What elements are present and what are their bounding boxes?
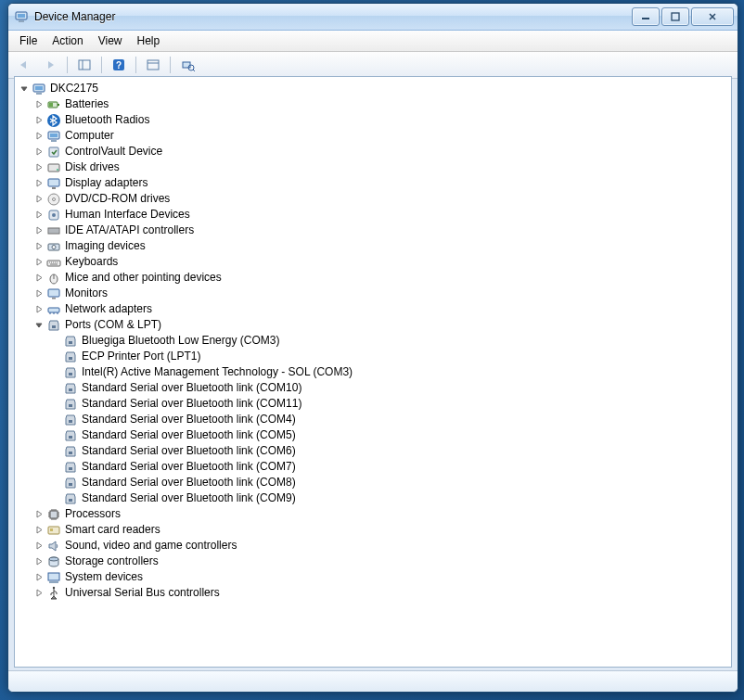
tree-node-label: Standard Serial over Bluetooth link (COM… — [82, 475, 296, 490]
menubar: File Action View Help — [8, 31, 738, 52]
tree-node[interactable]: Sound, video and game controllers — [33, 538, 729, 554]
close-button[interactable] — [691, 7, 734, 26]
expand-icon[interactable] — [33, 241, 45, 252]
window-title: Device Manager — [34, 10, 632, 23]
help-button[interactable]: ? — [107, 54, 131, 76]
menu-file[interactable]: File — [12, 32, 45, 49]
device-tree-panel[interactable]: DKC2175BatteriesBluetooth RadiosComputer… — [14, 76, 732, 668]
expand-icon[interactable] — [33, 99, 45, 110]
hid-icon — [46, 208, 61, 223]
dvd-icon — [46, 192, 61, 207]
expand-icon[interactable] — [33, 162, 45, 173]
properties-button[interactable] — [141, 54, 165, 76]
app-icon — [14, 9, 29, 24]
expand-icon[interactable] — [33, 304, 45, 315]
expand-icon[interactable] — [33, 572, 45, 583]
tree-node-label: ControlVault Device — [65, 144, 162, 159]
expand-icon[interactable] — [33, 288, 45, 299]
expand-icon[interactable] — [33, 178, 45, 189]
tree-node[interactable]: Standard Serial over Bluetooth link (COM… — [50, 412, 729, 427]
tree-node-label: Intel(R) Active Management Technology - … — [82, 364, 353, 380]
menu-view[interactable]: View — [91, 32, 130, 49]
tree-node[interactable]: Keyboards — [33, 254, 729, 270]
expand-icon[interactable] — [33, 131, 45, 142]
tree-node-label: System devices — [65, 569, 143, 585]
tree-node[interactable]: DVD/CD-ROM drives — [33, 191, 729, 207]
tree-node-label: Sound, video and game controllers — [65, 538, 237, 554]
toolbar: ? — [8, 52, 738, 79]
tree-node-label: Bluetooth Radios — [65, 112, 149, 128]
expand-icon[interactable] — [33, 225, 45, 236]
tree-node[interactable]: Imaging devices — [33, 238, 729, 254]
tree-node[interactable]: Mice and other pointing devices — [33, 270, 729, 286]
tree-node-label: Disk drives — [65, 159, 120, 175]
port-icon — [46, 318, 61, 333]
bluetooth-icon — [46, 113, 61, 128]
collapse-icon[interactable] — [19, 83, 30, 95]
scan-hardware-button[interactable] — [175, 54, 199, 76]
tree-node[interactable]: System devices — [33, 569, 729, 585]
tree-node[interactable]: IDE ATA/ATAPI controllers — [33, 223, 729, 238]
tree-node[interactable]: Standard Serial over Bluetooth link (COM… — [50, 427, 729, 443]
expand-icon[interactable] — [33, 257, 45, 268]
tree-node-label: Display adapters — [65, 175, 148, 191]
expand-icon[interactable] — [33, 541, 45, 552]
show-hide-console-tree-button[interactable] — [72, 54, 96, 76]
tree-root-node[interactable]: DKC2175 — [17, 81, 729, 96]
tree-node-label: Computer — [65, 128, 114, 144]
back-button[interactable] — [12, 54, 36, 76]
expand-icon[interactable] — [33, 556, 45, 567]
expand-icon[interactable] — [33, 509, 45, 520]
tree-node[interactable]: ECP Printer Port (LPT1) — [50, 349, 729, 364]
battery-icon — [46, 97, 61, 112]
tree-node[interactable]: Monitors — [33, 286, 729, 301]
minimize-button[interactable] — [632, 7, 660, 26]
tree-node[interactable]: Bluegiga Bluetooth Low Energy (COM3) — [50, 333, 729, 349]
svg-rect-32 — [672, 13, 679, 20]
maximize-button[interactable] — [661, 7, 689, 26]
tree-node[interactable]: Batteries — [33, 96, 729, 112]
tree-node[interactable]: Disk drives — [33, 159, 729, 175]
tree-node[interactable]: ControlVault Device — [33, 144, 729, 159]
tree-node[interactable]: Storage controllers — [33, 554, 729, 569]
tree-node[interactable]: Human Interface Devices — [33, 207, 729, 223]
expand-icon[interactable] — [33, 146, 45, 158]
tree-node[interactable]: Universal Serial Bus controllers — [33, 585, 729, 601]
svg-rect-33 — [79, 60, 90, 70]
tree-node-label: Processors — [65, 506, 121, 522]
smartcard-icon — [46, 523, 61, 538]
tree-node[interactable]: Display adapters — [33, 175, 729, 191]
expand-icon[interactable] — [33, 588, 45, 599]
menu-action[interactable]: Action — [45, 32, 90, 49]
port-icon — [63, 476, 78, 490]
menu-help[interactable]: Help — [130, 32, 168, 49]
tree-node[interactable]: Computer — [33, 128, 729, 144]
toolbar-separator — [135, 57, 136, 73]
titlebar[interactable]: Device Manager — [8, 4, 738, 31]
tree-node-label: Batteries — [65, 96, 109, 112]
tree-node[interactable]: Processors — [33, 506, 729, 522]
tree-node[interactable]: Standard Serial over Bluetooth link (COM… — [50, 396, 729, 412]
collapse-icon[interactable] — [33, 320, 45, 331]
tree-node[interactable]: Network adapters — [33, 301, 729, 317]
expand-icon[interactable] — [33, 273, 45, 284]
port-icon — [63, 397, 78, 412]
tree-node[interactable]: Intel(R) Active Management Technology - … — [50, 364, 729, 380]
tree-node[interactable]: Standard Serial over Bluetooth link (COM… — [50, 380, 729, 396]
svg-text:?: ? — [116, 60, 122, 70]
tree-node-label: Standard Serial over Bluetooth link (COM… — [82, 490, 296, 506]
tree-node[interactable]: Standard Serial over Bluetooth link (COM… — [50, 443, 729, 459]
tree-node[interactable]: Standard Serial over Bluetooth link (COM… — [50, 490, 729, 506]
expand-icon[interactable] — [33, 525, 45, 536]
expand-icon[interactable] — [33, 115, 45, 126]
tree-node[interactable]: Standard Serial over Bluetooth link (COM… — [50, 475, 729, 490]
expand-icon[interactable] — [33, 210, 45, 221]
tree-node[interactable]: Ports (COM & LPT) — [33, 317, 729, 333]
ide-icon — [46, 223, 61, 238]
forward-button[interactable] — [38, 54, 62, 76]
tree-node[interactable]: Smart card readers — [33, 522, 729, 538]
expand-icon[interactable] — [33, 194, 45, 205]
tree-node[interactable]: Standard Serial over Bluetooth link (COM… — [50, 459, 729, 475]
tree-node[interactable]: Bluetooth Radios — [33, 112, 729, 128]
tree-root-label: DKC2175 — [50, 81, 98, 96]
